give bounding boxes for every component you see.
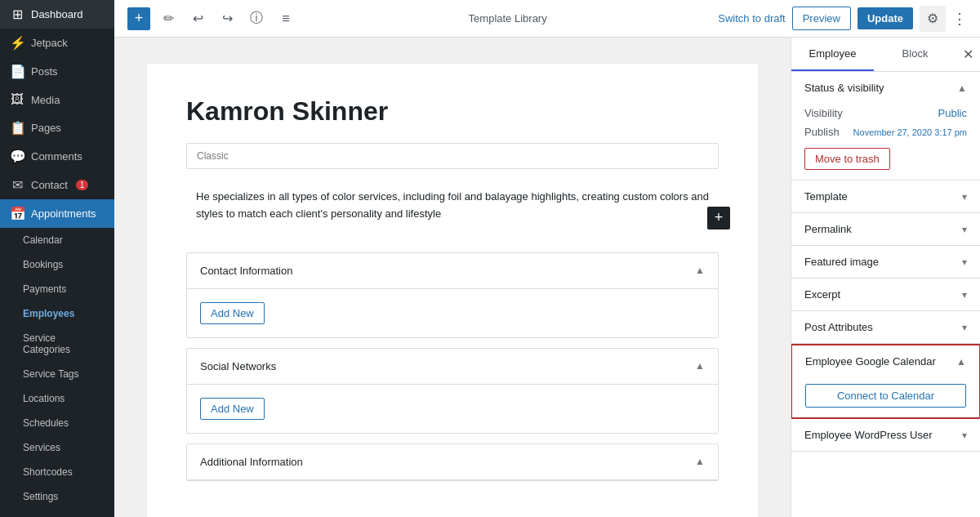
add-block-inline-button[interactable]: + — [707, 207, 730, 230]
contact-information-header[interactable]: Contact Information ▲ — [187, 253, 718, 289]
appointments-icon: 📅 — [10, 206, 24, 221]
tab-block[interactable]: Block — [874, 38, 956, 71]
panel-close-button[interactable]: ✕ — [956, 38, 980, 71]
media-icon: 🖼 — [10, 92, 24, 107]
contact-icon: ✉ — [10, 177, 24, 193]
social-networks-section: Social Networks ▲ Add New — [186, 348, 719, 434]
panel-wordpress-user-header[interactable]: Employee WordPress User ▾ — [791, 419, 980, 451]
undo-button[interactable]: ↩ — [186, 7, 209, 30]
panel-post-attributes-section: Post Attributes ▾ — [791, 311, 980, 344]
panel-wordpress-user-title: Employee WordPress User — [804, 429, 933, 441]
edit-button[interactable]: ✏ — [157, 7, 180, 30]
visibility-row: Visibility Public — [804, 104, 967, 123]
sidebar-item-employees[interactable]: Employees — [0, 301, 114, 326]
publish-value[interactable]: November 27, 2020 3:17 pm — [853, 127, 967, 137]
comments-icon: 💬 — [10, 149, 24, 164]
contact-badge: 1 — [76, 180, 89, 190]
sidebar-item-service-tags[interactable]: Service Tags — [0, 362, 114, 386]
topbar-actions: Switch to draft Preview Update ⚙ ⋮ — [718, 6, 967, 32]
info-button[interactable]: ⓘ — [245, 7, 268, 30]
permalink-chevron-icon: ▾ — [962, 224, 967, 235]
visibility-label: Visibility — [804, 107, 843, 119]
sidebar-item-calendar[interactable]: Calendar — [0, 228, 114, 252]
panel-google-calendar-body: Connect to Calendar — [792, 377, 979, 417]
social-networks-header[interactable]: Social Networks ▲ — [187, 349, 718, 385]
panel-excerpt-header[interactable]: Excerpt ▾ — [791, 279, 980, 310]
preview-button[interactable]: Preview — [792, 7, 851, 30]
panel-google-calendar-section: Employee Google Calendar ▲ Connect to Ca… — [791, 344, 980, 419]
move-to-trash-button[interactable]: Move to trash — [804, 148, 890, 170]
jetpack-icon: ⚡ — [10, 35, 24, 51]
panel-google-calendar-title: Employee Google Calendar — [805, 355, 936, 368]
sidebar-item-service-categories[interactable]: Service Categories — [0, 326, 114, 362]
additional-information-header[interactable]: Additional Information ▲ — [187, 444, 718, 480]
panel-template-header[interactable]: Template ▾ — [791, 181, 980, 212]
contact-information-body: Add New — [187, 289, 718, 337]
sidebar-item-services[interactable]: Services — [0, 435, 114, 460]
add-block-button[interactable]: + — [127, 7, 150, 30]
panel-status-header[interactable]: Status & visibility ▲ — [791, 72, 980, 104]
main-wrap: + ✏ ↩ ↪ ⓘ ≡ Template Library Switch to d… — [114, 0, 980, 517]
sidebar-item-appointments[interactable]: 📅 Appointments — [0, 199, 114, 228]
pages-icon: 📋 — [10, 120, 24, 136]
topbar: + ✏ ↩ ↪ ⓘ ≡ Template Library Switch to d… — [114, 0, 980, 38]
block-text-content: He specializes in all types of color ser… — [186, 182, 719, 236]
classic-block-label: Classic — [187, 144, 718, 168]
post-title: Kamron Skinner — [186, 96, 719, 127]
panel-permalink-header[interactable]: Permalink ▾ — [791, 213, 980, 245]
social-networks-body: Add New — [187, 385, 718, 433]
panel-google-calendar-header[interactable]: Employee Google Calendar ▲ — [792, 345, 979, 377]
contact-chevron-icon: ▲ — [695, 265, 705, 276]
social-add-new-button[interactable]: Add New — [200, 398, 265, 420]
social-chevron-icon: ▲ — [695, 360, 705, 372]
social-networks-title: Social Networks — [200, 360, 276, 372]
sidebar: ⊞ Dashboard ⚡ Jetpack 📄 Posts 🖼 Media 📋 … — [0, 0, 114, 517]
google-calendar-chevron-icon: ▲ — [956, 356, 966, 368]
panel-template-title: Template — [804, 190, 848, 203]
wordpress-user-chevron-icon: ▾ — [962, 430, 967, 441]
panel-status-title: Status & visibility — [804, 82, 884, 94]
panel-post-attributes-header[interactable]: Post Attributes ▾ — [791, 311, 980, 343]
sidebar-item-payments[interactable]: Payments — [0, 277, 114, 301]
dashboard-icon: ⊞ — [10, 7, 24, 22]
sidebar-item-jetpack[interactable]: ⚡ Jetpack — [0, 29, 114, 57]
tab-employee[interactable]: Employee — [791, 38, 874, 71]
sidebar-item-pages[interactable]: 📋 Pages — [0, 114, 114, 142]
panel-featured-image-header[interactable]: Featured image ▾ — [791, 246, 980, 278]
switch-to-draft-button[interactable]: Switch to draft — [718, 12, 785, 25]
sidebar-item-posts[interactable]: 📄 Posts — [0, 57, 114, 86]
sidebar-item-schedules[interactable]: Schedules — [0, 411, 114, 435]
list-view-button[interactable]: ≡ — [274, 7, 297, 30]
status-chevron-icon: ▲ — [957, 82, 967, 94]
sidebar-item-bookings[interactable]: Bookings — [0, 252, 114, 277]
sidebar-item-media[interactable]: 🖼 Media — [0, 86, 114, 114]
sidebar-item-settings[interactable]: Settings — [0, 484, 114, 509]
excerpt-chevron-icon: ▾ — [962, 289, 967, 301]
panel-status-body: Visibility Public Publish November 27, 2… — [791, 104, 980, 180]
panel-excerpt-title: Excerpt — [804, 288, 840, 301]
sidebar-item-contact[interactable]: ✉ Contact 1 — [0, 171, 114, 199]
publish-label: Publish — [804, 126, 840, 138]
sidebar-item-help[interactable]: Help — [0, 509, 114, 517]
settings-gear-button[interactable]: ⚙ — [920, 6, 946, 32]
connect-to-calendar-button[interactable]: Connect to Calendar — [805, 384, 966, 408]
sidebar-item-dashboard[interactable]: ⊞ Dashboard — [0, 0, 114, 29]
contact-add-new-button[interactable]: Add New — [200, 302, 265, 324]
visibility-value[interactable]: Public — [938, 107, 967, 119]
topbar-title: Template Library — [304, 12, 711, 25]
update-button[interactable]: Update — [858, 7, 913, 29]
gear-icon: ⚙ — [927, 11, 938, 26]
appointments-submenu: Calendar Bookings Payments Employees Ser… — [0, 228, 114, 517]
content-area: Kamron Skinner Classic He specializes in… — [114, 38, 980, 517]
contact-information-title: Contact Information — [200, 265, 292, 277]
panel-permalink-section: Permalink ▾ — [791, 213, 980, 246]
more-options-button[interactable]: ⋮ — [952, 10, 967, 28]
sidebar-item-comments[interactable]: 💬 Comments — [0, 142, 114, 171]
sidebar-item-locations[interactable]: Locations — [0, 386, 114, 411]
classic-block: Classic — [186, 143, 719, 169]
editor-inner: Kamron Skinner Classic He specializes in… — [147, 64, 758, 517]
additional-information-title: Additional Information — [200, 456, 303, 468]
sidebar-item-shortcodes[interactable]: Shortcodes — [0, 460, 114, 484]
panel-excerpt-section: Excerpt ▾ — [791, 279, 980, 311]
redo-button[interactable]: ↪ — [216, 7, 238, 30]
